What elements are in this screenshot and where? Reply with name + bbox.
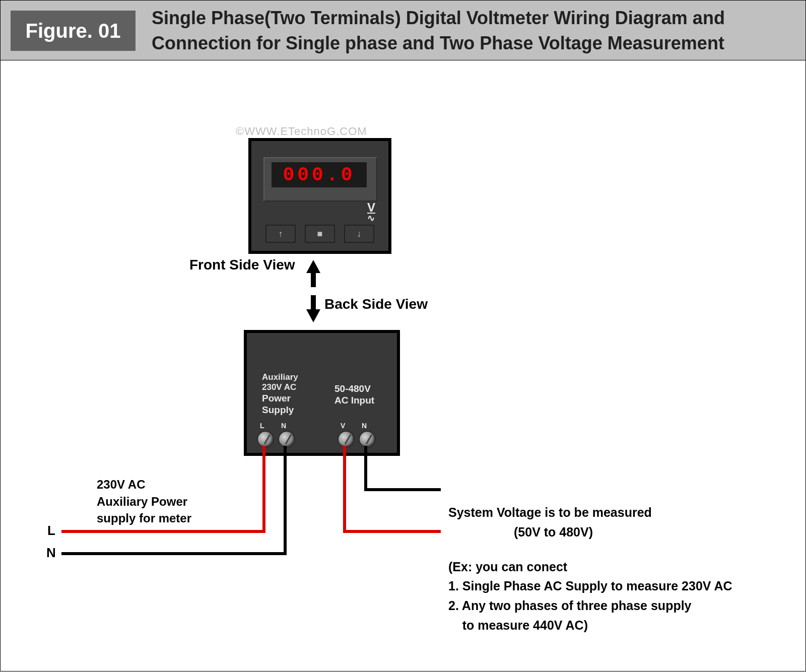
wire-aux-L-vertical [262,446,265,533]
input-line1: 50-480V [334,383,371,394]
example-2: 2. Any two phases of three phase supply [448,598,692,613]
aux-supply-line2: Auxiliary Power [97,495,187,508]
wire-aux-N-vertical [284,446,287,555]
aux-supply-line3: supply for meter [97,511,191,525]
aux-supply-caption: Auxiliary 230V AC Power Supply [262,372,317,416]
terminal-aux-L [257,431,274,448]
front-side-label: Front Side View [189,257,295,273]
voltmeter-stop-button[interactable]: ■ [305,225,335,243]
voltmeter-display: 000.0 [272,162,367,187]
wire-end-N: N [46,545,56,561]
figure-number-box: Figure. 01 [11,11,136,51]
header-bar: Figure. 01 Single Phase(Two Terminals) D… [0,0,806,60]
wire-aux-L-horizontal [61,530,265,533]
voltmeter-down-button[interactable]: ↓ [344,225,374,243]
wire-in-V-vertical [343,446,346,533]
terminal-letter-in-V: V [341,422,345,430]
terminal-in-V [338,431,355,448]
arrow-up-icon [306,260,320,273]
wire-aux-N-horizontal [61,552,287,555]
example-1: 1. Single Phase AC Supply to measure 230… [448,579,732,593]
figure-title: Single Phase(Two Terminals) Digital Volt… [152,6,786,56]
terminal-in-N [359,431,376,448]
terminal-letter-aux-N: N [281,422,286,430]
watermark-text: ©WWW.ETechnoG.COM [236,125,367,138]
back-side-label: Back Side View [324,296,428,312]
arrow-down-icon [306,309,320,322]
ac-input-caption: 50-480V AC Input [334,383,390,407]
aux-line4: Supply [262,405,294,415]
aux-line3: Power [262,393,291,404]
sys-voltage-range: (50V to 480V) [514,525,593,539]
aux-supply-description: 230V AC Auxiliary Power supply for meter [97,476,191,527]
voltmeter-up-button[interactable]: ↑ [265,225,296,243]
wire-end-L: L [47,523,55,539]
example-intro: (Ex: you can conect [448,560,567,574]
example-2b: to measure 440V AC) [448,618,588,632]
voltmeter-unit-label: V ∿ [367,200,375,224]
voltmeter-front: 000.0 V ∿ ↑ ■ ↓ [248,138,391,254]
voltmeter-back: Auxiliary 230V AC Power Supply 50-480V A… [244,330,400,456]
terminal-aux-N [278,431,295,448]
unit-ac-icon: ∿ [367,213,375,224]
diagram-canvas: Figure. 01 Single Phase(Two Terminals) D… [0,0,806,672]
terminal-letter-in-N: N [362,422,367,430]
connection-examples: (Ex: you can conect 1. Single Phase AC S… [448,557,791,635]
wire-in-N-horizontal [364,488,441,491]
aux-line2: 230V AC [262,382,296,392]
aux-supply-line1: 230V AC [97,478,146,491]
voltmeter-button-row: ↑ ■ ↓ [251,225,388,246]
wire-in-N-vertical [364,446,367,491]
sys-voltage-heading: System Voltage is to be measured [448,505,652,519]
system-voltage-description: System Voltage is to be measured (50V to… [448,503,791,635]
wire-in-V-horizontal [343,530,441,533]
terminal-letter-aux-L: L [260,422,264,430]
aux-line1: Auxiliary [262,372,298,382]
input-line2: AC Input [334,395,374,406]
